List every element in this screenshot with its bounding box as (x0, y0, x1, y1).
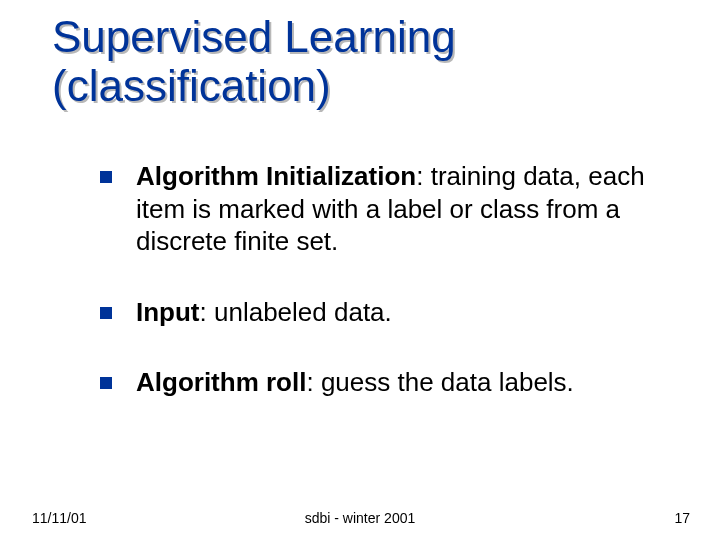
bullet-item: Algorithm Initialization: training data,… (100, 160, 660, 258)
square-bullet-icon (100, 307, 112, 319)
bullet-rest: : unlabeled data. (200, 297, 392, 327)
bullet-text: Algorithm Initialization: training data,… (136, 160, 660, 258)
bullet-item: Input: unlabeled data. (100, 296, 660, 329)
title-line-1: Supervised Learning (52, 12, 456, 61)
square-bullet-icon (100, 377, 112, 389)
bullet-lead: Input (136, 297, 200, 327)
slide-body: Algorithm Initialization: training data,… (100, 160, 660, 437)
footer-page-number: 17 (674, 510, 690, 526)
bullet-item: Algorithm roll: guess the data labels. (100, 366, 660, 399)
square-bullet-icon (100, 171, 112, 183)
bullet-lead: Algorithm Initialization (136, 161, 416, 191)
slide: Supervised Learning (classification) Sup… (0, 0, 720, 540)
bullet-text: Algorithm roll: guess the data labels. (136, 366, 660, 399)
slide-title: Supervised Learning (classification) Sup… (52, 12, 456, 111)
title-line-2: (classification) (52, 61, 331, 110)
bullet-text: Input: unlabeled data. (136, 296, 660, 329)
bullet-lead: Algorithm roll (136, 367, 306, 397)
bullet-rest: : guess the data labels. (306, 367, 573, 397)
footer-course: sdbi - winter 2001 (0, 510, 720, 526)
